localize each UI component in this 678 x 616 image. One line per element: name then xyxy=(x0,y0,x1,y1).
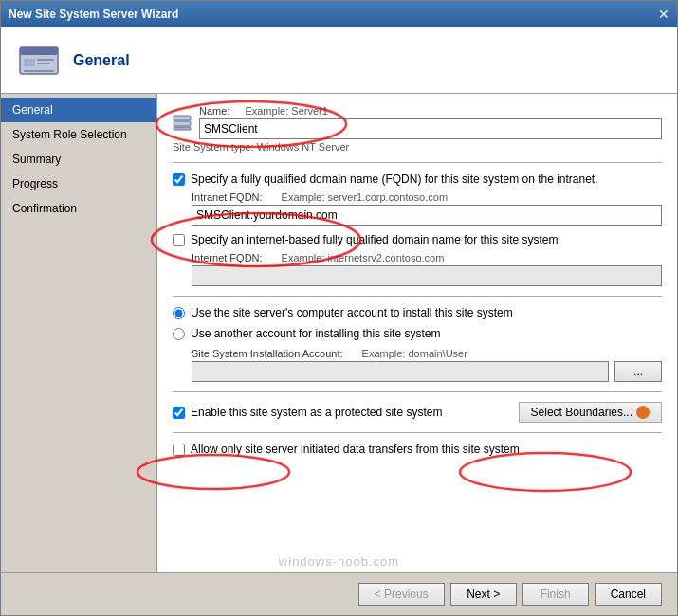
name-input[interactable] xyxy=(199,118,662,139)
select-boundaries-label: Select Boundaries... xyxy=(531,406,632,419)
internet-checkbox[interactable] xyxy=(173,234,185,246)
radio-another-account[interactable] xyxy=(173,328,185,340)
fqdn-checkbox[interactable] xyxy=(173,173,185,186)
divider-4 xyxy=(173,432,662,433)
window-title: New Site System Server Wizard xyxy=(9,8,178,21)
intranet-fqdn-input[interactable] xyxy=(192,205,662,226)
divider-1 xyxy=(173,162,662,163)
main-window: New Site System Server Wizard ✕ General … xyxy=(0,0,678,616)
radio-computer-account-row: Use the site server's computer account t… xyxy=(173,306,662,319)
sidebar-item-system-role[interactable]: System Role Selection xyxy=(1,122,156,147)
select-boundaries-icon xyxy=(636,406,650,419)
allow-transfer-checkbox[interactable] xyxy=(173,444,185,456)
install-account-input xyxy=(192,361,609,382)
divider-3 xyxy=(173,391,662,392)
svg-rect-5 xyxy=(24,70,54,72)
svg-rect-6 xyxy=(174,116,191,120)
protected-left: Enable this site system as a protected s… xyxy=(173,406,442,419)
select-boundaries-button[interactable]: Select Boundaries... xyxy=(519,402,662,423)
name-label: Name: xyxy=(199,105,229,117)
name-label-row: Name: Example: Server1 xyxy=(199,105,662,117)
svg-rect-4 xyxy=(37,63,50,64)
sidebar-item-general[interactable]: General xyxy=(1,98,156,122)
fqdn-checkbox-row: Specify a fully qualified domain name (F… xyxy=(173,172,662,186)
cancel-button[interactable]: Cancel xyxy=(595,583,662,606)
radio-computer-account[interactable] xyxy=(173,307,185,319)
internet-checkbox-row: Specify an internet-based fully qualifie… xyxy=(173,233,662,246)
radio-another-account-label: Use another account for installing this … xyxy=(191,327,440,340)
install-account-example: Example: domain\User xyxy=(362,348,467,359)
divider-2 xyxy=(173,296,662,297)
protected-row: Enable this site system as a protected s… xyxy=(173,402,662,423)
name-example: Example: Server1 xyxy=(245,105,327,117)
svg-rect-2 xyxy=(24,59,35,66)
header-section: General xyxy=(1,27,677,94)
svg-rect-3 xyxy=(37,59,54,61)
intranet-label-row: Intranet FQDN: Example: server1.corp.con… xyxy=(192,191,662,203)
close-button[interactable]: ✕ xyxy=(658,8,669,21)
internet-fqdn-input xyxy=(192,265,662,286)
main-content: General System Role Selection Summary Pr… xyxy=(1,94,677,572)
wizard-icon xyxy=(16,38,62,83)
install-account-label-row: Site System Installation Account: Exampl… xyxy=(192,348,662,359)
name-group: Name: Example: Server1 Site System type:… xyxy=(173,105,662,153)
intranet-fqdn-label: Intranet FQDN: xyxy=(192,191,263,203)
previous-button[interactable]: < Previous xyxy=(358,583,445,606)
account-section: Site System Installation Account: Exampl… xyxy=(192,348,662,382)
name-field-row: Name: Example: Server1 xyxy=(173,105,662,139)
browse-button[interactable]: ... xyxy=(614,361,662,382)
allow-transfer-row: Allow only site server initiated data tr… xyxy=(173,443,662,456)
title-bar: New Site System Server Wizard ✕ xyxy=(1,1,677,27)
protected-checkbox[interactable] xyxy=(173,407,185,419)
install-account-label: Site System Installation Account: xyxy=(192,348,343,359)
svg-rect-1 xyxy=(20,47,58,55)
name-input-wrapper: Name: Example: Server1 xyxy=(199,105,662,139)
protected-checkbox-label: Enable this site system as a protected s… xyxy=(191,406,442,419)
intranet-fqdn-example: Example: server1.corp.contoso.com xyxy=(282,191,448,203)
svg-rect-8 xyxy=(174,127,191,130)
finish-button[interactable]: Finish xyxy=(522,583,589,606)
svg-rect-7 xyxy=(174,121,191,126)
internet-label-row: Internet FQDN: Example: internetsrv2.con… xyxy=(192,252,662,263)
fqdn-checkbox-label: Specify a fully qualified domain name (F… xyxy=(191,172,598,186)
internet-fqdn-example: Example: internetsrv2.contoso.com xyxy=(282,252,445,263)
radio-another-account-row: Use another account for installing this … xyxy=(173,327,662,340)
radio-computer-account-label: Use the site server's computer account t… xyxy=(191,306,513,319)
internet-checkbox-label: Specify an internet-based fully qualifie… xyxy=(191,233,559,246)
content-area: Name: Example: Server1 Site System type:… xyxy=(157,94,677,572)
allow-transfer-label: Allow only site server initiated data tr… xyxy=(191,443,520,456)
sidebar-item-progress[interactable]: Progress xyxy=(1,172,156,196)
sidebar: General System Role Selection Summary Pr… xyxy=(1,94,157,572)
intranet-section: Intranet FQDN: Example: server1.corp.con… xyxy=(192,191,662,226)
next-button[interactable]: Next > xyxy=(450,583,517,606)
header-title: General xyxy=(73,52,130,69)
server-small-icon xyxy=(173,113,192,132)
site-system-type: Site System type: Windows NT Server xyxy=(173,141,662,153)
sidebar-item-summary[interactable]: Summary xyxy=(1,147,156,172)
footer: < Previous Next > Finish Cancel xyxy=(1,572,677,615)
sidebar-item-confirmation[interactable]: Confirmation xyxy=(1,196,156,221)
internet-fqdn-label: Internet FQDN: xyxy=(192,252,263,263)
internet-section: Internet FQDN: Example: internetsrv2.con… xyxy=(192,252,662,286)
